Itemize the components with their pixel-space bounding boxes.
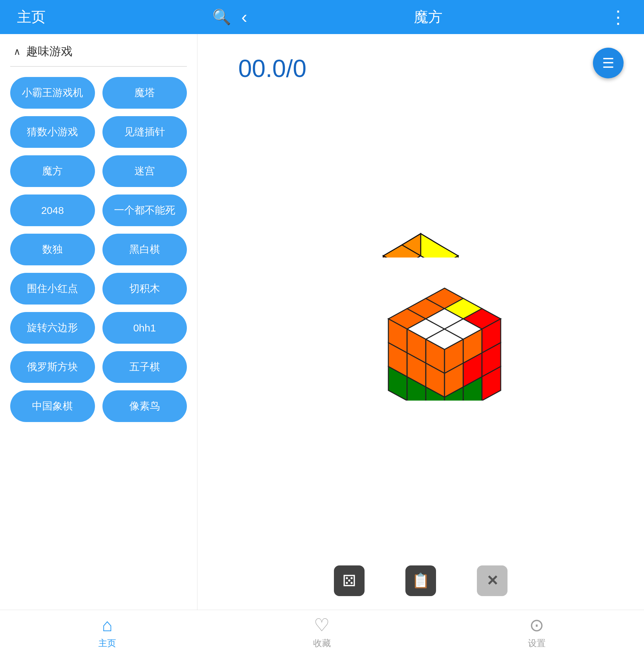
settings-icon: ⊙ [529,615,544,635]
main-content: ∧ 趣味游戏 小霸王游戏机魔塔猜数小游戏见缝插针魔方迷宫2048一个都不能死数独… [0,34,644,610]
game-button-8[interactable]: 数独 [10,234,95,265]
header-home-label[interactable]: 主页 [17,7,46,27]
games-grid: 小霸王游戏机魔塔猜数小游戏见缝插针魔方迷宫2048一个都不能死数独黑白棋围住小红… [0,67,197,432]
game-button-1[interactable]: 魔塔 [102,77,187,109]
game-button-0[interactable]: 小霸王游戏机 [10,77,95,109]
header-right-label: 魔方 [414,7,442,27]
game-button-7[interactable]: 一个都不能死 [102,194,187,226]
game-button-11[interactable]: 切积木 [102,273,187,305]
game-button-16[interactable]: 中国象棋 [10,390,95,422]
game-button-2[interactable]: 猜数小游戏 [10,116,95,148]
app-header: 主页 🔍 ‹ 魔方 ⋮ [0,0,644,34]
right-panel: 00.0/0 ☰ [197,34,644,610]
clipboard-icon: 📋 [412,574,430,588]
game-button-10[interactable]: 围住小红点 [10,273,95,305]
close-icon: ✕ [486,574,498,588]
dice-button[interactable]: ⚄ [334,565,365,596]
dice-icon: ⚄ [342,573,356,589]
game-button-14[interactable]: 俄罗斯方块 [10,351,95,383]
game-button-6[interactable]: 2048 [10,194,95,226]
bottom-nav: ⌂ 主页 ♡ 收藏 ⊙ 设置 [0,610,644,654]
heart-icon: ♡ [314,615,330,635]
game-button-17[interactable]: 像素鸟 [102,390,187,422]
game-button-4[interactable]: 魔方 [10,155,95,187]
game-button-5[interactable]: 迷宫 [102,155,187,187]
left-panel: ∧ 趣味游戏 小霸王游戏机魔塔猜数小游戏见缝插针魔方迷宫2048一个都不能死数独… [0,34,197,610]
back-icon[interactable]: ‹ [241,7,247,27]
game-button-15[interactable]: 五子棋 [102,351,187,383]
header-center-icons: 🔍 ‹ [212,7,247,27]
rubiks-cube-container [332,69,509,555]
nav-item-favorites[interactable]: ♡ 收藏 [313,615,331,649]
nav-favorites-label: 收藏 [313,637,331,649]
score-display: 00.0/0 [238,54,306,82]
search-icon[interactable]: 🔍 [212,8,231,26]
menu-fab-button[interactable]: ☰ [593,48,624,78]
clipboard-button[interactable]: 📋 [405,565,436,596]
rubiks-cube-image [332,223,509,401]
more-icon[interactable]: ⋮ [609,7,627,27]
game-button-13[interactable]: 0hh1 [102,312,187,344]
close-button[interactable]: ✕ [477,565,508,596]
menu-fab-icon: ☰ [602,56,614,70]
section-collapse-icon[interactable]: ∧ [14,46,21,57]
home-icon: ⌂ [102,615,113,635]
game-button-9[interactable]: 黑白棋 [102,234,187,265]
section-title: 趣味游戏 [26,44,73,59]
nav-item-home[interactable]: ⌂ 主页 [98,615,116,649]
game-button-3[interactable]: 见缝插针 [102,116,187,148]
game-button-12[interactable]: 旋转六边形 [10,312,95,344]
section-header: ∧ 趣味游戏 [0,34,197,66]
nav-item-settings[interactable]: ⊙ 设置 [528,615,546,649]
nav-settings-label: 设置 [528,637,546,649]
nav-home-label: 主页 [98,637,116,649]
bottom-actions: ⚄ 📋 ✕ [211,555,630,610]
